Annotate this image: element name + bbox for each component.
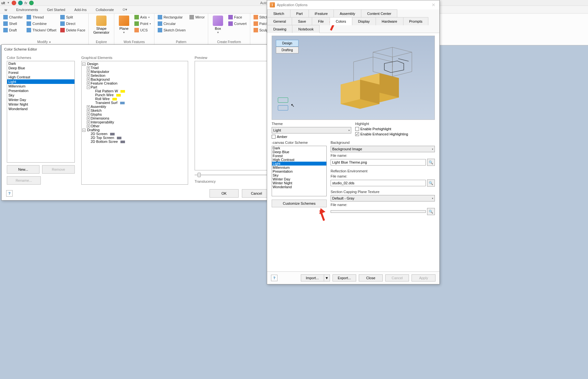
ao-tab-prompts[interactable]: Prompts <box>403 17 429 25</box>
ao-tab-colors[interactable]: Colors <box>330 17 352 25</box>
tree-item[interactable]: Feature Creation <box>91 81 118 85</box>
ao-tab-drawing[interactable]: Drawing <box>267 25 292 33</box>
canvas-scheme-item[interactable]: Winter Night <box>272 181 326 185</box>
import-dropdown[interactable]: ▼ <box>324 274 330 281</box>
tab-add-ins[interactable]: Add-Ins <box>70 6 91 13</box>
tree-item[interactable]: Dimensions <box>91 116 109 120</box>
ao-tab-part[interactable]: Part <box>290 9 309 17</box>
ao-titlebar[interactable]: I Application Options ✕ <box>267 0 439 9</box>
scheme-item[interactable]: Presentation <box>7 88 74 93</box>
tree-item[interactable]: 2D Top Screen <box>91 136 114 140</box>
canvas-scheme-item[interactable]: Sky <box>272 173 326 177</box>
ao-tab-content-center[interactable]: Content Center <box>361 9 398 17</box>
sketch-driven-button[interactable]: Sketch Driven <box>156 27 187 33</box>
expand-icon[interactable]: + <box>87 113 90 116</box>
convert-button[interactable]: Convert <box>227 21 248 27</box>
theme-select[interactable]: Light▾ <box>272 127 351 133</box>
expand-icon[interactable]: + <box>87 74 90 77</box>
scheme-item[interactable]: Wonderland <box>7 107 74 111</box>
tree-item[interactable]: Sketch <box>91 109 102 112</box>
color-swatch[interactable] <box>116 94 121 97</box>
draft-button[interactable]: Draft <box>2 27 24 33</box>
shell-button[interactable]: Shell <box>2 21 24 27</box>
canvas-scheme-list[interactable]: DarkDeep BlueForestHigh ContrastLightMil… <box>272 146 327 196</box>
tree-item[interactable]: Interoperability <box>91 120 114 124</box>
graphical-elements-tree[interactable]: − Design +Triad+Manipulator+Selection+Ba… <box>81 61 188 185</box>
point-button[interactable]: Point ▾ <box>133 21 152 27</box>
tree-item[interactable]: Manipulator <box>91 70 109 74</box>
scheme-item[interactable]: Winter Night <box>7 102 74 107</box>
ao-tab-display[interactable]: Display <box>352 17 376 25</box>
customize-schemes-button[interactable]: Customize Schemes <box>272 200 327 207</box>
help-icon[interactable]: ? <box>6 190 13 197</box>
scheme-item[interactable]: Sky <box>7 93 74 98</box>
combine-button[interactable]: Combine <box>25 21 58 27</box>
tree-item[interactable]: Assembly <box>91 105 106 109</box>
tree-part[interactable]: Part <box>91 85 97 89</box>
expand-icon[interactable]: + <box>87 78 90 81</box>
tree-item[interactable]: 2D Screen <box>91 132 107 136</box>
canvas-scheme-item[interactable]: Forest <box>272 154 326 158</box>
color-swatch[interactable] <box>120 90 125 93</box>
tab-collaborate[interactable]: Collaborate <box>91 6 118 13</box>
tree-item[interactable]: 2D Bottom Scree <box>91 140 118 144</box>
tab-dropdown-icon[interactable]: ⊙▾ <box>122 7 127 12</box>
tree-item[interactable]: Background <box>91 77 110 81</box>
bg-file-input[interactable]: Light Blue Theme.png <box>331 159 426 166</box>
background-type-select[interactable]: Background Image▾ <box>331 146 435 152</box>
amber-checkbox[interactable]: Amber <box>272 135 351 139</box>
scheme-item[interactable]: High Contrast <box>7 75 74 79</box>
expand-icon[interactable]: + <box>87 125 90 128</box>
canvas-scheme-item[interactable]: Wonderland <box>272 185 326 189</box>
scheme-item[interactable]: Winter Day <box>7 98 74 102</box>
preview-slider[interactable] <box>195 174 270 176</box>
drafting-toggle[interactable]: Drafting <box>276 47 299 53</box>
color-swatch[interactable] <box>120 102 125 104</box>
new-button[interactable]: New... <box>7 165 40 174</box>
rectangular-button[interactable]: Rectangular <box>156 14 187 20</box>
collapse-icon[interactable]: − <box>87 86 90 89</box>
collapse-icon[interactable]: − <box>82 129 85 132</box>
direct-button[interactable]: Direct <box>59 21 86 27</box>
ao-tab-assembly[interactable]: Assembly <box>334 9 361 17</box>
qat-misc-icon[interactable] <box>29 1 34 5</box>
appearance-icon[interactable] <box>18 1 23 5</box>
browse-icon[interactable]: 🔍 <box>427 159 435 166</box>
canvas-scheme-item[interactable]: High Contrast <box>272 158 326 162</box>
color-swatch[interactable] <box>117 137 121 139</box>
box-button[interactable]: Box ▼ <box>210 14 226 35</box>
qat-dropdown-icon[interactable]: ▼ <box>7 1 10 4</box>
tab-environments[interactable]: Environments <box>12 6 42 13</box>
tree-item[interactable]: Transient Surf <box>95 101 118 105</box>
scheme-item[interactable]: Deep Blue <box>7 66 74 70</box>
color-swatch[interactable] <box>120 141 125 143</box>
import-button[interactable]: Import... <box>301 274 324 281</box>
design-toggle[interactable]: Design <box>276 40 299 47</box>
tree-design[interactable]: Design <box>87 62 98 66</box>
canvas-scheme-item[interactable]: Deep Blue <box>272 150 326 154</box>
expand-icon[interactable]: + <box>87 117 90 120</box>
export-button[interactable]: Export... <box>333 274 356 281</box>
tree-item[interactable]: Glyphs <box>91 112 102 116</box>
ao-tab-sketch[interactable]: Sketch <box>267 9 290 17</box>
delete-face-button[interactable]: Delete Face <box>59 27 86 33</box>
enable-prehighlight-checkbox[interactable]: Enable Prehighlight <box>355 127 435 131</box>
close-button[interactable]: Close <box>359 274 383 281</box>
thread-button[interactable]: Thread <box>25 14 58 20</box>
expand-icon[interactable]: + <box>87 70 90 74</box>
circular-button[interactable]: Circular <box>156 21 187 27</box>
tree-item[interactable]: Roll Wire <box>95 97 110 101</box>
help-icon[interactable]: ? <box>271 275 277 281</box>
canvas-scheme-item[interactable]: Light <box>272 162 326 166</box>
ao-tab-file[interactable]: File <box>312 17 330 25</box>
color-schemes-list[interactable]: DarkDeep BlueForestHigh ContrastLightMil… <box>7 61 75 163</box>
shape-generator-button[interactable]: Shape Generator <box>91 14 112 36</box>
ucs-button[interactable]: UCS <box>133 27 152 33</box>
expand-icon[interactable]: + <box>87 105 90 109</box>
tree-drafting[interactable]: Drafting <box>87 128 100 132</box>
ao-tab-general[interactable]: General <box>267 17 292 25</box>
canvas-scheme-item[interactable]: Presentation <box>272 169 326 173</box>
close-icon[interactable]: ✕ <box>430 2 437 8</box>
color-swatch[interactable] <box>110 133 115 135</box>
scheme-item[interactable]: Millennium <box>7 84 74 88</box>
